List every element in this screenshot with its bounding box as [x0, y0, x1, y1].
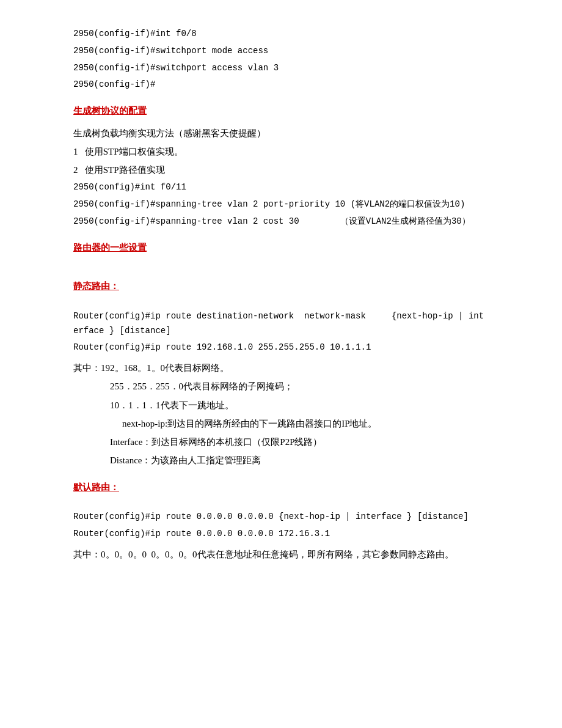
- static-route-desc5: Interface：到达目标网络的本机接口（仅限P2P线路）: [73, 434, 489, 450]
- static-route-desc3: 10．1．1．1代表下一跳地址。: [73, 397, 489, 413]
- code-line: Router(config)#ip route 192.168.1.0 255.…: [73, 340, 489, 355]
- static-route-heading: 静态路由：: [73, 279, 489, 295]
- stp-code-section: 2950(config)#int f0/11 2950(config-if)#s…: [73, 180, 489, 229]
- code-line: 2950(config-if)#switchport access vlan 3: [73, 61, 489, 76]
- code-line: Router(config)#ip route destination-netw…: [73, 309, 489, 339]
- code-line: Router(config)#ip route 0.0.0.0 0.0.0.0 …: [73, 527, 489, 542]
- code-line: 2950(config-if)#spanning-tree vlan 2 por…: [73, 197, 489, 212]
- static-route-desc4: next-hop-ip:到达目的网络所经由的下一跳路由器接口的IP地址。: [73, 416, 489, 432]
- static-route-desc1: 其中：192。168。1。0代表目标网络。: [73, 360, 489, 376]
- default-route-heading: 默认路由：: [73, 480, 489, 496]
- code-line: 2950(config-if)#: [73, 78, 489, 92]
- static-route-code: Router(config)#ip route destination-netw…: [73, 309, 489, 355]
- code-line: 2950(config-if)#switchport mode access: [73, 44, 489, 59]
- stp-config-heading: 生成树协议的配置: [73, 103, 489, 119]
- static-route-desc6: Distance：为该路由人工指定管理距离: [73, 452, 489, 468]
- static-route-desc2: 255．255．255．0代表目标网络的子网掩码；: [73, 378, 489, 394]
- code-line: Router(config)#ip route 0.0.0.0 0.0.0.0 …: [73, 510, 489, 524]
- default-route-code: Router(config)#ip route 0.0.0.0 0.0.0.0 …: [73, 510, 489, 542]
- default-route-desc: 其中：0。0。0。0 0。0。0。0代表任意地址和任意掩码，即所有网络，其它参数…: [73, 546, 489, 562]
- stp-intro: 生成树负载均衡实现方法（感谢黑客天使提醒）: [73, 125, 489, 141]
- code-section-1: 2950(config-if)#int f0/8 2950(config-if)…: [73, 27, 489, 92]
- page-content: 2950(config-if)#int f0/8 2950(config-if)…: [73, 27, 489, 562]
- code-line: 2950(config-if)#spanning-tree vlan 2 cos…: [73, 215, 489, 229]
- code-line: 2950(config-if)#int f0/8: [73, 27, 489, 42]
- stp-method1: 1 使用STP端口权值实现。: [73, 144, 489, 160]
- stp-method2: 2 使用STP路径值实现: [73, 162, 489, 178]
- router-settings-heading: 路由器的一些设置: [73, 240, 489, 256]
- code-line: 2950(config)#int f0/11: [73, 180, 489, 195]
